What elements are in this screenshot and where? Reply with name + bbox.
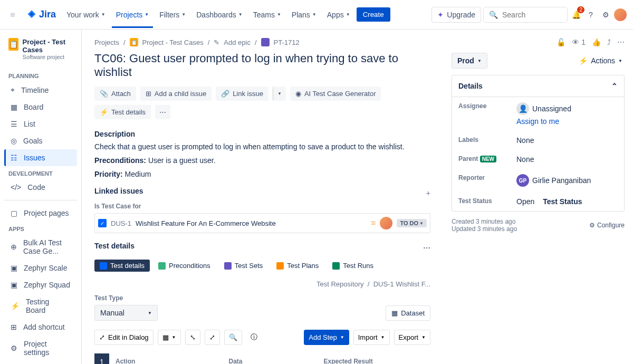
bc-add-epic[interactable]: Add epic [224, 39, 251, 46]
settings-icon: ⚙ [11, 344, 17, 352]
add-child-button[interactable]: ⊞Add a child issue [140, 87, 212, 101]
collapse-button[interactable]: ⤡ [185, 330, 200, 345]
attach-button[interactable]: 📎Attach [94, 87, 136, 101]
sidebar-zephyr-scale[interactable]: ▣Zephyr Scale [4, 260, 77, 276]
zephyr-scale-icon: ▣ [11, 264, 17, 272]
linked-issue-row[interactable]: ✓ DUS-1 Wishlist Feature For An E-Commer… [94, 213, 430, 233]
search-input[interactable] [502, 11, 562, 19]
sidebar-timeline[interactable]: ⌖Timeline [4, 81, 77, 99]
nav-filters[interactable]: Filters▼ [155, 8, 190, 21]
sidebar-code[interactable]: </>Code [4, 179, 77, 196]
bc-issue-key[interactable]: PT-1712 [274, 39, 300, 46]
test-type-select[interactable]: Manual▼ [94, 305, 158, 321]
sidebar-list[interactable]: ☰List [4, 116, 77, 132]
dataset-button[interactable]: ▦Dataset [386, 305, 430, 321]
sidebar-goals[interactable]: ◎Goals [4, 132, 77, 149]
goals-icon: ◎ [11, 137, 17, 145]
assign-to-me[interactable]: Assign to me [516, 117, 559, 126]
user-avatar[interactable] [614, 8, 627, 21]
sidebar-board[interactable]: ▦Board [4, 99, 77, 116]
ai-generator-button[interactable]: ◉AI Test Case Generator [290, 87, 381, 101]
like-icon[interactable]: 👍 [592, 38, 601, 46]
linked-title: Wishlist Feature For An E-Commerce Websi… [136, 219, 367, 227]
test-details-button[interactable]: ⚡Test details [94, 105, 151, 119]
step-1[interactable]: 1⋮⋮⋮ ActionAccess the product detail pag… [94, 353, 430, 364]
status-dropdown[interactable]: Prod▼ [452, 53, 487, 69]
desc-text[interactable]: Check that a guest user is prompted to l… [94, 142, 430, 151]
description-section: Description Check that a guest user is p… [94, 130, 430, 178]
search-icon: 🔍 [489, 11, 498, 19]
info-button[interactable]: ⓘ [246, 329, 262, 345]
sidebar-bulk-ai[interactable]: ⊕Bulk AI Test Case Ge... [4, 234, 77, 260]
teststatus-value[interactable]: Open Test Status [516, 197, 618, 206]
tab-test-details[interactable]: Test details [94, 260, 150, 272]
bc-project[interactable]: Project - Test Cases [142, 39, 204, 46]
upgrade-button[interactable]: ✦Upgrade [431, 7, 481, 23]
issue-title[interactable]: TC06: Guest user prompted to log in when… [94, 52, 430, 79]
tab-test-sets[interactable]: Test Sets [219, 260, 268, 272]
sidebar-testing-board[interactable]: ⚡Testing Board [4, 293, 77, 319]
parent-value[interactable]: None [516, 155, 618, 164]
planning-label: PLANNING [4, 69, 77, 81]
create-button[interactable]: Create [357, 7, 390, 22]
priority-icon: = [371, 218, 376, 228]
lock-icon[interactable]: 🔓 [557, 38, 565, 46]
sidebar-project-pages[interactable]: ▢Project pages [4, 205, 77, 222]
project-header[interactable]: 📋 Project - Test Cases Software project [4, 38, 77, 69]
linked-key: DUS-1 [111, 219, 131, 227]
add-linked-button[interactable]: + [426, 189, 430, 197]
nav-your-work[interactable]: Your work▼ [62, 8, 110, 21]
child-icon: ⊞ [146, 90, 151, 98]
sidebar-issues[interactable]: ☷Issues [4, 149, 77, 166]
app-switcher-icon[interactable] [6, 8, 19, 21]
grid-button[interactable]: ▦ ▼ [158, 330, 181, 345]
sidebar-project-settings[interactable]: ⚙Project settings [4, 336, 77, 361]
test-type-label: Test Type [94, 294, 158, 302]
parent-label: Parent NEW [458, 155, 516, 164]
sidebar-add-shortcut[interactable]: ⊞Add shortcut [4, 319, 77, 336]
linked-status[interactable]: TO DO▼ [397, 219, 427, 227]
bc-projects[interactable]: Projects [94, 39, 119, 46]
labels-value[interactable]: None [516, 136, 618, 145]
notif-badge: 2 [577, 6, 584, 13]
configure-button[interactable]: ⚙Configure [589, 218, 625, 233]
nav-plans[interactable]: Plans▼ [287, 8, 321, 21]
svg-point-5 [14, 14, 14, 15]
nav-projects[interactable]: Projects▼ [112, 2, 154, 28]
reporter-value[interactable]: GPGirlie Panganiban [516, 174, 618, 187]
development-label: DEVELOPMENT [4, 166, 77, 179]
search-steps-button[interactable]: 🔍 [224, 330, 242, 345]
jira-logo[interactable]: Jira [22, 7, 60, 22]
assignee-value[interactable]: Unassigned [532, 104, 571, 113]
action-row: 📎Attach ⊞Add a child issue 🔗Link issue ▼… [94, 87, 430, 119]
help-icon[interactable]: ? [584, 8, 597, 21]
share-icon[interactable]: ⤴ [607, 38, 611, 46]
nav-apps[interactable]: Apps▼ [323, 8, 354, 21]
search-box[interactable]: 🔍 [483, 7, 568, 23]
add-step-button[interactable]: Add Step ▼ [304, 330, 349, 345]
link-button[interactable]: 🔗Link issue [216, 87, 268, 101]
edit-dialog-button[interactable]: ⤢Edit in Dialog [94, 330, 154, 345]
repo-breadcrumb[interactable]: Test Repository / DUS-1 Wishlist F... [94, 280, 430, 288]
sidebar-zephyr-squad[interactable]: ▣Zephyr Squad [4, 276, 77, 293]
step-1-handle[interactable]: 1⋮⋮⋮ [94, 353, 109, 364]
actions-dropdown[interactable]: ⚡Actions▼ [577, 53, 625, 69]
tab-test-runs[interactable]: Test Runs [327, 260, 379, 272]
tab-test-plans[interactable]: Test Plans [271, 260, 324, 272]
details-toggle[interactable]: Details⌃ [452, 75, 624, 97]
tab-preconditions[interactable]: Preconditions [153, 260, 216, 272]
link-dropdown[interactable]: ▼ [273, 87, 286, 101]
settings-icon[interactable]: ⚙ [599, 8, 612, 21]
nav-dashboards[interactable]: Dashboards▼ [192, 8, 246, 21]
more-actions-button[interactable]: ⋯ [155, 105, 170, 119]
nav-teams[interactable]: Teams▼ [249, 8, 285, 21]
overflow-icon[interactable]: ⋯ [617, 38, 625, 46]
created-meta: Created 3 minutes ago [452, 218, 517, 225]
expand-button[interactable]: ⤢ [205, 330, 220, 345]
svg-point-7 [12, 16, 13, 16]
export-button[interactable]: Export ▼ [394, 330, 431, 345]
notifications-icon[interactable]: 🔔2 [570, 8, 582, 21]
import-button[interactable]: Import ▼ [353, 330, 390, 345]
watch-button[interactable]: 👁 1 [572, 38, 586, 46]
td-more-icon[interactable]: ⋯ [423, 244, 430, 252]
